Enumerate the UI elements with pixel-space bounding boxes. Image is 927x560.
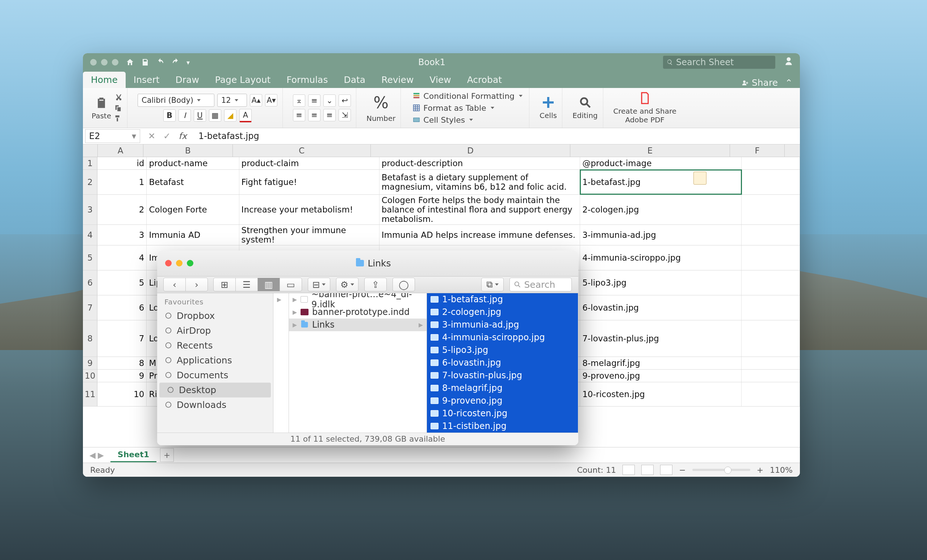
increase-font-icon[interactable]: A▴ — [250, 94, 262, 106]
cell[interactable]: 9-proveno.jpg — [580, 370, 742, 382]
cell[interactable] — [742, 357, 800, 369]
dropbox-button[interactable]: ⧉ — [481, 278, 504, 291]
table-row[interactable]: 32Cologen ForteIncrease your metabolism!… — [83, 195, 800, 225]
cell[interactable] — [742, 170, 800, 194]
cells-group[interactable]: Cells — [535, 88, 562, 128]
cell[interactable]: product-description — [380, 157, 580, 169]
list-item[interactable]: ▸~banner-prot…e~4_dl-9.idlk — [289, 293, 427, 306]
align-left-icon[interactable]: ≡ — [293, 109, 305, 121]
view-buttons[interactable]: ⊞ ☰ ▥ ▭ — [214, 278, 302, 291]
font-size-dropdown[interactable]: 12 — [217, 94, 247, 107]
list-item[interactable]: ▸Links▸ — [289, 319, 427, 331]
list-item[interactable]: 8-melagrif.jpg — [427, 382, 578, 395]
normal-view-icon[interactable] — [623, 465, 635, 475]
percent-icon[interactable]: % — [373, 93, 389, 112]
format-painter-icon[interactable] — [114, 114, 122, 122]
next-sheet-icon[interactable]: ▶ — [98, 451, 104, 460]
quick-access[interactable]: ▾ — [126, 58, 201, 67]
column-folder[interactable]: ▸~banner-prot…e~4_dl-9.idlk▸banner-proto… — [289, 293, 427, 433]
qat-customize-icon[interactable]: ▾ — [187, 59, 190, 66]
cell[interactable] — [742, 157, 800, 169]
cell[interactable]: 4-immunia-sciroppo.jpg — [580, 246, 742, 270]
cell[interactable]: 1 — [97, 170, 147, 194]
sidebar-item-applications[interactable]: Applications — [157, 353, 273, 368]
finder-window-controls[interactable] — [157, 260, 201, 266]
list-item[interactable]: 10-ricosten.jpg — [427, 407, 578, 420]
nav-buttons[interactable]: ‹ › — [164, 278, 208, 291]
cell[interactable]: Cologen Forte helps the body maintain th… — [380, 195, 580, 225]
chevron-up-icon[interactable]: ⌃ — [785, 77, 793, 88]
align-bottom-icon[interactable]: ⌄ — [324, 94, 336, 107]
decrease-font-icon[interactable]: A▾ — [265, 94, 277, 106]
fx-icon[interactable]: fx — [179, 131, 187, 141]
copy-icon[interactable] — [114, 104, 122, 112]
sidebar-item-desktop[interactable]: Desktop — [160, 382, 271, 398]
cell[interactable]: 6 — [97, 295, 147, 320]
save-icon[interactable] — [141, 58, 150, 67]
font-name-dropdown[interactable]: Calibri (Body) — [138, 94, 214, 107]
group-button[interactable]: ⊟ — [308, 278, 330, 291]
row-header[interactable]: 6 — [83, 270, 97, 295]
cell[interactable]: 10 — [97, 382, 147, 406]
sheet-tab[interactable]: Sheet1 — [111, 448, 157, 462]
row-header[interactable]: 7 — [83, 295, 97, 320]
back-button[interactable]: ‹ — [163, 278, 186, 291]
action-button[interactable]: ⚙ — [336, 278, 359, 291]
table-row[interactable]: 21BetafastFight fatigue!Betafast is a di… — [83, 170, 800, 195]
list-view-icon[interactable]: ☰ — [236, 278, 258, 291]
cell[interactable]: 4 — [97, 246, 147, 270]
cell[interactable]: 1-betafast.jpg — [580, 170, 742, 194]
align-center-icon[interactable]: ≡ — [308, 109, 321, 121]
page-layout-view-icon[interactable] — [641, 465, 653, 475]
row-header[interactable]: 8 — [83, 320, 97, 357]
cell[interactable]: Fight fatigue! — [239, 170, 380, 194]
share-button[interactable]: ⇪ — [364, 278, 387, 291]
cell[interactable]: @product-image — [580, 157, 742, 169]
tab-view[interactable]: View — [421, 72, 459, 88]
page-break-view-icon[interactable] — [660, 465, 672, 475]
sidebar-item-downloads[interactable]: Downloads — [157, 398, 273, 412]
cell[interactable] — [742, 270, 800, 295]
column-view-icon[interactable]: ▥ — [257, 278, 280, 291]
cell[interactable] — [742, 320, 800, 357]
zoom-out-button[interactable]: − — [679, 466, 685, 475]
list-item[interactable]: 3-immunia-ad.jpg — [427, 319, 578, 331]
cell[interactable]: 2 — [97, 195, 147, 225]
cell[interactable]: 7-lovastin-plus.jpg — [580, 320, 742, 357]
icon-view-icon[interactable]: ⊞ — [213, 278, 236, 291]
enter-formula-icon[interactable]: ✓ — [163, 131, 170, 141]
cell[interactable]: 8-melagrif.jpg — [580, 357, 742, 369]
column-links[interactable]: 1-betafast.jpg2-cologen.jpg3-immunia-ad.… — [427, 293, 578, 433]
sidebar-item-airdrop[interactable]: AirDrop — [157, 323, 273, 338]
list-item[interactable]: 4-immunia-sciroppo.jpg — [427, 331, 578, 344]
cell[interactable]: 8 — [97, 357, 147, 369]
row-header[interactable]: 5 — [83, 246, 97, 270]
bold-button[interactable]: B — [163, 109, 176, 121]
cell[interactable]: Betafast — [147, 170, 239, 194]
merge-icon[interactable]: ⇲ — [339, 109, 351, 121]
gallery-view-icon[interactable]: ▭ — [280, 278, 302, 291]
cell[interactable]: 2-cologen.jpg — [580, 195, 742, 225]
cell[interactable]: Immunia AD — [147, 225, 239, 245]
cell-styles-button[interactable]: Cell Styles — [411, 115, 474, 125]
cell[interactable]: 7 — [97, 320, 147, 357]
paste-options-icon[interactable] — [693, 171, 707, 185]
paste-button[interactable]: Paste — [92, 96, 111, 120]
cell[interactable]: Cologen Forte — [147, 195, 239, 225]
cell[interactable] — [742, 225, 800, 245]
acrobat-group[interactable]: Create and ShareAdobe PDF — [608, 88, 682, 128]
editing-group[interactable]: Editing — [567, 88, 603, 128]
sidebar-item-dropbox[interactable]: Dropbox — [157, 308, 273, 323]
cell[interactable]: id — [97, 157, 147, 169]
table-row[interactable]: 1idproduct-nameproduct-claimproduct-desc… — [83, 157, 800, 170]
row-header[interactable]: 9 — [83, 357, 97, 369]
tags-button[interactable]: ◯ — [392, 278, 415, 291]
row-header[interactable]: 2 — [83, 170, 97, 194]
tab-formulas[interactable]: Formulas — [278, 72, 336, 88]
cell[interactable]: product-claim — [239, 157, 380, 169]
cancel-formula-icon[interactable]: ✕ — [148, 131, 155, 141]
finder-search-input[interactable]: Search — [509, 278, 572, 291]
cell[interactable]: 5 — [97, 270, 147, 295]
align-right-icon[interactable]: ≡ — [324, 109, 336, 121]
search-sheet-input[interactable]: Search Sheet — [663, 56, 775, 69]
